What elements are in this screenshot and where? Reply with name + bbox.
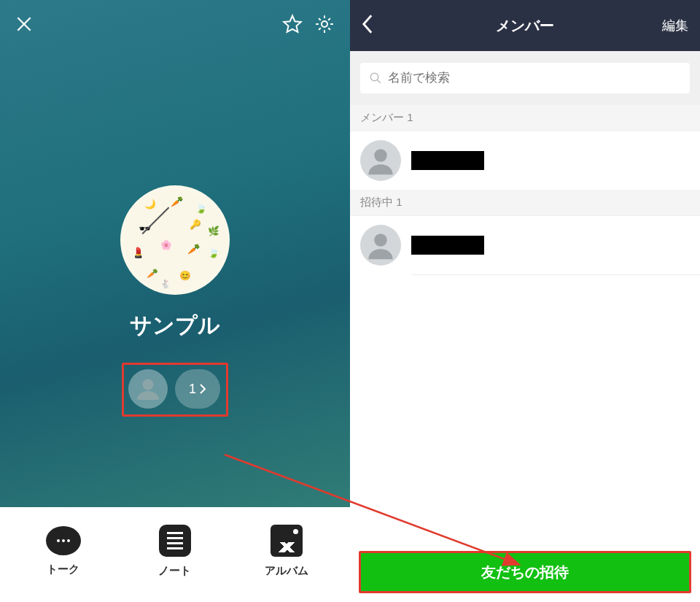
member-summary[interactable]: 1	[122, 363, 228, 417]
members-section-header: メンバー 1	[350, 105, 700, 131]
member-count-pill[interactable]: 1	[175, 369, 220, 409]
svg-point-17	[57, 539, 60, 542]
search-container	[350, 51, 700, 105]
edit-button[interactable]: 編集	[662, 17, 688, 34]
svg-point-22	[374, 234, 387, 247]
avatar	[360, 140, 401, 181]
svg-point-20	[370, 73, 378, 81]
svg-text:🌸: 🌸	[160, 239, 172, 251]
search-icon	[369, 72, 382, 85]
members-navbar: メンバー 編集	[350, 0, 700, 51]
album-icon	[271, 525, 303, 557]
album-button[interactable]: アルバム	[239, 525, 334, 578]
profile-panel: 🌙 🥕 🍃 🕶️ 🔑 🌿 💄 🌸 🥕 🍃 🥕 😊 🐇 サンプル	[0, 0, 350, 602]
profile-header	[0, 0, 350, 51]
search-field[interactable]	[360, 63, 690, 93]
svg-text:🌙: 🌙	[144, 198, 156, 210]
group-name: サンプル	[130, 311, 220, 341]
svg-text:🐇: 🐇	[160, 279, 171, 289]
svg-point-16	[143, 379, 154, 390]
group-avatar[interactable]: 🌙 🥕 🍃 🕶️ 🔑 🌿 💄 🌸 🥕 🍃 🥕 😊 🐇	[120, 185, 230, 295]
svg-point-19	[67, 539, 70, 542]
chat-icon	[46, 526, 81, 555]
svg-point-21	[374, 149, 387, 162]
svg-text:🥕: 🥕	[147, 268, 158, 279]
svg-text:🌿: 🌿	[208, 225, 219, 237]
note-label: ノート	[158, 564, 191, 578]
svg-point-18	[62, 539, 65, 542]
talk-button[interactable]: トーク	[16, 526, 111, 576]
note-button[interactable]: ノート	[128, 525, 222, 578]
album-label: アルバム	[265, 564, 308, 578]
svg-text:😊: 😊	[179, 270, 191, 282]
svg-text:🍃: 🍃	[208, 247, 219, 259]
svg-text:💄: 💄	[132, 247, 145, 259]
talk-label: トーク	[47, 563, 79, 576]
pending-section-header: 招待中 1	[350, 190, 700, 216]
members-panel: メンバー 編集 メンバー 1 招待中 1 友だちの招待	[350, 0, 700, 602]
member-count: 1	[189, 382, 196, 397]
close-icon[interactable]	[15, 15, 34, 36]
profile-body: 🌙 🥕 🍃 🕶️ 🔑 🌿 💄 🌸 🥕 🍃 🥕 😊 🐇 サンプル	[0, 51, 350, 507]
back-icon[interactable]	[362, 15, 373, 36]
gear-icon[interactable]	[314, 13, 335, 38]
svg-point-0	[322, 21, 327, 27]
member-name-redacted	[411, 151, 484, 170]
star-icon[interactable]	[281, 13, 303, 38]
member-avatar-icon	[128, 369, 168, 409]
navbar-title: メンバー	[496, 16, 554, 36]
search-input[interactable]	[388, 71, 681, 85]
pending-row[interactable]	[350, 216, 700, 274]
chevron-right-icon	[199, 384, 206, 394]
invite-friends-button[interactable]: 友だちの招待	[359, 551, 691, 593]
member-row[interactable]	[350, 131, 700, 190]
svg-text:🕶️: 🕶️	[139, 223, 152, 235]
svg-text:🍃: 🍃	[195, 203, 207, 215]
profile-actions: トーク ノート アルバム	[0, 507, 350, 602]
pending-name-redacted	[411, 236, 484, 255]
svg-text:🥕: 🥕	[187, 243, 201, 255]
avatar	[360, 225, 401, 266]
note-icon	[159, 525, 191, 557]
svg-text:🥕: 🥕	[171, 196, 184, 208]
svg-text:🔑: 🔑	[190, 219, 201, 231]
